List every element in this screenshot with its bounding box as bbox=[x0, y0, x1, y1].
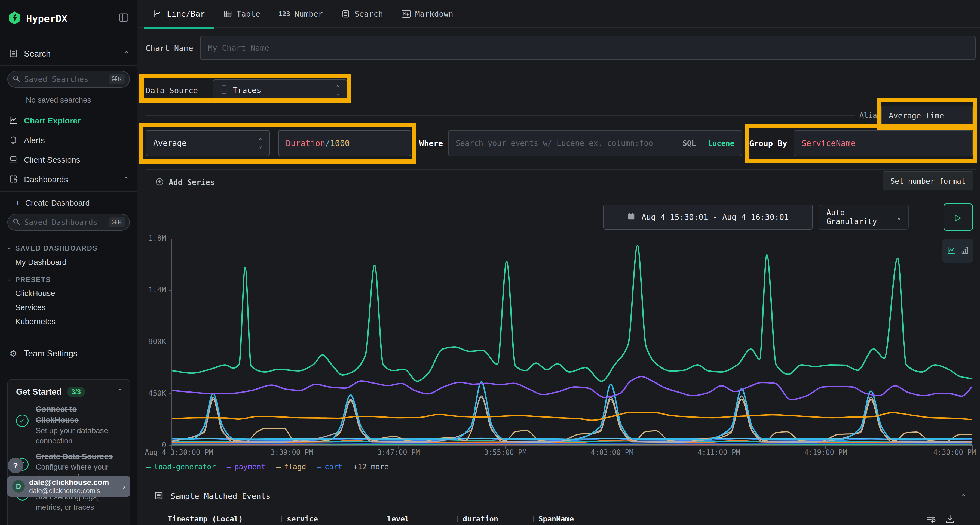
legend-item[interactable]: —flagd bbox=[276, 462, 306, 471]
list-icon bbox=[154, 491, 163, 501]
tab-search[interactable]: Search bbox=[332, 0, 392, 28]
legend-item[interactable]: —cart bbox=[317, 462, 342, 471]
aggregation-select[interactable]: Average ⌃⌄ bbox=[146, 130, 270, 156]
create-dashboard-label: Create Dashboard bbox=[25, 198, 90, 208]
laptop-icon bbox=[8, 155, 19, 165]
saved-dashboards-placeholder: Saved Dashboards bbox=[24, 218, 98, 227]
plus-icon: + bbox=[15, 198, 21, 208]
set-number-format-button[interactable]: Set number format bbox=[883, 171, 973, 190]
sidebar-item-services[interactable]: Services bbox=[15, 303, 45, 312]
sidebar-item-dashboards[interactable]: Dashboards ⌃ bbox=[0, 171, 137, 188]
gear-icon: ⚙ bbox=[8, 349, 19, 359]
data-source-label: Data Source bbox=[146, 86, 198, 95]
saved-searches-input[interactable]: Saved Searches ⌘K bbox=[7, 71, 130, 87]
chart-name-label: Chart Name bbox=[146, 43, 193, 53]
column-resize-handle[interactable] bbox=[282, 515, 282, 523]
chevron-down-icon[interactable]: ⌄ bbox=[6, 275, 11, 282]
chart-name-placeholder: My Chart Name bbox=[208, 43, 269, 52]
sidebar-item-my-dashboard[interactable]: My Dashboard bbox=[15, 258, 67, 267]
sidebar-item-kubernetes[interactable]: Kubernetes bbox=[15, 317, 56, 326]
bell-icon bbox=[8, 135, 19, 146]
collapse-sidebar-icon[interactable] bbox=[118, 12, 129, 24]
column-header[interactable]: level bbox=[387, 515, 452, 523]
operator-token: / bbox=[325, 138, 330, 148]
column-resize-handle[interactable] bbox=[533, 515, 533, 523]
no-saved-searches-text: No saved searches bbox=[26, 96, 91, 105]
legend-more-link[interactable]: +12 more bbox=[353, 462, 389, 471]
saved-searches-placeholder: Saved Searches bbox=[24, 75, 89, 84]
search-icon bbox=[12, 217, 21, 227]
series-load-generator bbox=[172, 246, 972, 381]
field-token: Duration bbox=[286, 138, 325, 148]
wrap-lines-icon[interactable] bbox=[926, 514, 937, 525]
user-menu[interactable]: D dale@clickhouse.com dale@clickhouse.co… bbox=[7, 476, 130, 497]
group-by-input[interactable]: ServiceName bbox=[794, 130, 973, 156]
get-started-title: Get Started bbox=[16, 387, 62, 397]
events-table-header: Timestamp (Local) service level duration… bbox=[168, 515, 574, 523]
tab-number[interactable]: 123 Number bbox=[269, 0, 332, 28]
chart-legend: —load-generator—payment—flagd—cart+12 mo… bbox=[146, 462, 389, 471]
create-dashboard-button[interactable]: + Create Dashboard bbox=[15, 198, 90, 208]
lucene-toggle[interactable]: Lucene bbox=[708, 139, 735, 148]
aggregation-value: Average bbox=[153, 138, 186, 148]
column-header[interactable]: SpanName bbox=[538, 515, 574, 523]
column-header[interactable]: service bbox=[287, 515, 377, 523]
tab-markdown[interactable]: Markdown bbox=[392, 0, 463, 28]
number-123-icon: 123 bbox=[279, 10, 290, 17]
field-expression-input[interactable]: Duration/1000 bbox=[278, 130, 411, 156]
chevron-right-icon: › bbox=[123, 481, 126, 492]
run-query-button[interactable]: ▷ bbox=[943, 203, 973, 231]
presets-section-title[interactable]: PRESETS bbox=[15, 276, 51, 284]
group-by-value: ServiceName bbox=[802, 138, 856, 148]
sidebar-section-search[interactable]: Search ⌃ bbox=[0, 45, 137, 63]
legend-item[interactable]: —payment bbox=[227, 462, 266, 471]
alias-value: Average Time bbox=[889, 111, 944, 120]
legend-item[interactable]: —load-generator bbox=[146, 462, 216, 471]
column-header[interactable]: duration bbox=[463, 515, 528, 523]
chevron-down-icon: ⌄ bbox=[897, 213, 901, 221]
tab-table[interactable]: Table bbox=[214, 0, 269, 28]
data-source-select[interactable]: Traces ⌃⌄ bbox=[213, 79, 347, 101]
saved-dashboards-input[interactable]: Saved Dashboards ⌘K bbox=[7, 214, 130, 231]
collapse-section-icon[interactable]: ⌃ bbox=[961, 492, 966, 501]
series-orange-main bbox=[172, 412, 972, 420]
where-search-input[interactable]: Search your events w/ Lucene ex. column:… bbox=[448, 130, 742, 156]
sample-events-header[interactable]: Sample Matched Events bbox=[154, 491, 270, 501]
sidebar-item-alerts[interactable]: Alerts bbox=[0, 132, 137, 149]
sample-events-title: Sample Matched Events bbox=[171, 492, 270, 501]
add-series-button[interactable]: Add Series bbox=[155, 178, 215, 187]
sql-toggle[interactable]: SQL bbox=[682, 139, 696, 148]
column-resize-handle[interactable] bbox=[382, 515, 382, 523]
column-resize-handle[interactable] bbox=[457, 515, 458, 523]
granularity-value: Auto Granularity bbox=[826, 208, 897, 226]
logo[interactable]: HyperDX bbox=[8, 11, 67, 26]
download-icon[interactable] bbox=[945, 514, 956, 525]
chevron-down-icon[interactable]: ⌄ bbox=[6, 244, 11, 251]
help-button[interactable]: ? bbox=[8, 458, 24, 473]
sidebar-item-client-sessions[interactable]: Client Sessions bbox=[0, 151, 137, 169]
sidebar-item-clickhouse[interactable]: ClickHouse bbox=[15, 289, 55, 298]
group-by-label: Group By bbox=[749, 139, 787, 148]
saved-dashboards-section-title[interactable]: SAVED DASHBOARDS bbox=[15, 244, 97, 252]
calendar-icon bbox=[627, 212, 635, 222]
alias-input[interactable]: Average Time bbox=[881, 106, 973, 126]
sidebar-search-label: Search bbox=[24, 49, 51, 59]
sidebar-item-label: Alerts bbox=[24, 136, 45, 145]
get-started-item[interactable]: Connect to ClickHouse Set up your databa… bbox=[36, 404, 123, 446]
chart-type-tabbar: Line/Bar Table 123 Number Search Markdow… bbox=[138, 0, 980, 28]
tab-line-bar[interactable]: Line/Bar bbox=[144, 0, 214, 28]
select-updown-icon: ⌃⌄ bbox=[259, 138, 262, 149]
hyperdx-app: HyperDX Search ⌃ Saved Searches ⌘K No sa… bbox=[0, 0, 980, 525]
get-started-card: Get Started 3/3 ⌃ ✓ Connect to ClickHous… bbox=[7, 379, 130, 525]
app-title: HyperDX bbox=[26, 13, 67, 24]
granularity-select[interactable]: Auto Granularity ⌄ bbox=[819, 205, 909, 230]
chart-name-input[interactable]: My Chart Name bbox=[200, 36, 976, 60]
chevron-up-icon: ⌃ bbox=[123, 50, 129, 58]
time-range-picker[interactable]: Aug 4 15:30:01 - Aug 4 16:30:01 bbox=[603, 205, 813, 230]
database-icon bbox=[220, 85, 228, 96]
y-axis-labels: 1.8M1.4M900K450K0 bbox=[117, 234, 166, 450]
column-header[interactable]: Timestamp (Local) bbox=[168, 515, 277, 523]
sidebar-item-chart-explorer[interactable]: Chart Explorer bbox=[0, 112, 137, 130]
chart-svg[interactable] bbox=[161, 239, 976, 454]
x-axis-labels: Aug 4 3:30:00 PM3:39:00 PM3:47:00 PM3:55… bbox=[144, 448, 978, 459]
